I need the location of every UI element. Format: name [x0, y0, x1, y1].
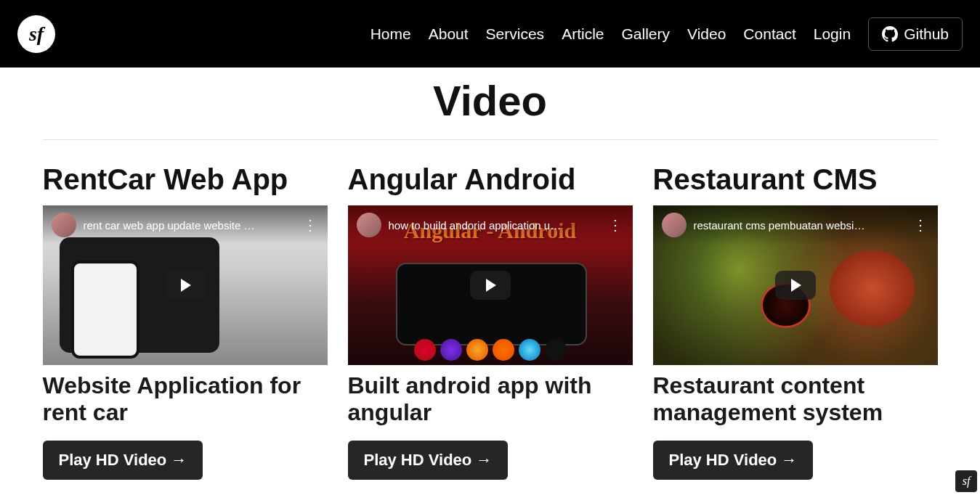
nav-link-login[interactable]: Login	[814, 25, 851, 43]
nav-link-video[interactable]: Video	[687, 25, 726, 43]
embed-title[interactable]: restaurant cms pembuatan websi…	[694, 219, 906, 232]
channel-avatar[interactable]	[357, 213, 381, 237]
video-grid: RentCar Web App rent car web app update …	[43, 163, 938, 480]
symfony-badge[interactable]: sf	[955, 470, 977, 480]
video-embed[interactable]: how to build andorid application u… ⋮	[348, 205, 633, 365]
video-subtitle: Built android app with angular	[348, 372, 633, 426]
embed-topbar: how to build andorid application u… ⋮	[348, 205, 633, 245]
channel-avatar[interactable]	[52, 213, 76, 237]
nav-link-about[interactable]: About	[429, 25, 469, 43]
video-embed[interactable]: restaurant cms pembuatan websi… ⋮	[653, 205, 938, 365]
nav-link-contact[interactable]: Contact	[743, 25, 795, 43]
main-container: Video RentCar Web App rent car web app u…	[25, 76, 955, 480]
channel-avatar[interactable]	[662, 213, 687, 237]
nav-links: Home About Services Article Gallery Vide…	[370, 17, 963, 51]
embed-topbar: restaurant cms pembuatan websi… ⋮	[653, 205, 938, 245]
video-card-rentcar: RentCar Web App rent car web app update …	[43, 163, 328, 480]
video-subtitle: Restaurant content management system	[653, 372, 938, 426]
embed-title[interactable]: how to build andorid application u…	[389, 219, 601, 232]
play-icon[interactable]	[775, 271, 816, 300]
video-title: RentCar Web App	[43, 163, 328, 195]
kebab-menu-icon[interactable]: ⋮	[303, 216, 319, 234]
nav-link-article[interactable]: Article	[562, 25, 604, 43]
nav-link-gallery[interactable]: Gallery	[621, 25, 670, 43]
github-label: Github	[904, 25, 949, 43]
video-embed[interactable]: rent car web app update website … ⋮	[43, 205, 328, 365]
video-subtitle: Website Application for rent car	[43, 372, 328, 426]
play-hd-button[interactable]: Play HD Video →	[348, 441, 509, 480]
kebab-menu-icon[interactable]: ⋮	[913, 216, 929, 234]
site-logo[interactable]: sf	[17, 15, 55, 53]
nav-link-home[interactable]: Home	[370, 25, 411, 43]
play-icon[interactable]	[470, 271, 511, 300]
play-icon[interactable]	[165, 271, 206, 300]
play-hd-button[interactable]: Play HD Video →	[43, 441, 203, 480]
video-title: Angular Android	[348, 163, 633, 195]
play-hd-button[interactable]: Play HD Video →	[653, 441, 814, 480]
video-card-angular: Angular Android how to build andorid app…	[348, 163, 633, 480]
nav-link-services[interactable]: Services	[486, 25, 545, 43]
kebab-menu-icon[interactable]: ⋮	[608, 216, 624, 234]
github-icon	[882, 26, 898, 42]
framework-icons	[348, 339, 633, 361]
divider	[43, 139, 938, 140]
navbar: sf Home About Services Article Gallery V…	[0, 0, 980, 68]
video-title: Restaurant CMS	[653, 163, 938, 195]
page-title: Video	[43, 76, 938, 125]
embed-title[interactable]: rent car web app update website …	[84, 219, 296, 232]
video-card-restaurant: Restaurant CMS restaurant cms pembuatan …	[653, 163, 938, 480]
github-button[interactable]: Github	[868, 17, 963, 51]
embed-topbar: rent car web app update website … ⋮	[43, 205, 328, 245]
